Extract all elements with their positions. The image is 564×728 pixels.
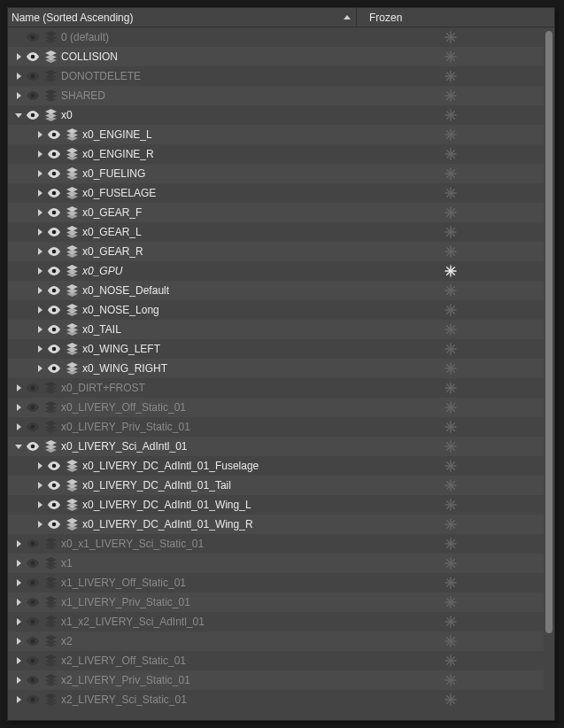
expand-arrow-icon[interactable]	[35, 168, 45, 179]
snowflake-icon[interactable]	[444, 342, 458, 356]
layer-label[interactable]: x0_LIVERY_Priv_Static_01	[61, 421, 190, 433]
expand-arrow-icon[interactable]	[13, 616, 24, 627]
layer-row[interactable]: x0_LIVERY_Off_Static_01	[8, 398, 544, 417]
visibility-eye-icon[interactable]	[47, 283, 61, 298]
layers-icon[interactable]	[65, 517, 79, 531]
layer-label[interactable]: x0_NOSE_Default	[82, 284, 169, 297]
layers-icon[interactable]	[43, 634, 58, 648]
visibility-eye-icon[interactable]	[47, 186, 61, 200]
visibility-eye-icon[interactable]	[47, 225, 61, 239]
visibility-eye-icon[interactable]	[26, 50, 40, 64]
snowflake-icon[interactable]	[444, 303, 458, 317]
snowflake-icon[interactable]	[444, 50, 458, 64]
expand-arrow-icon[interactable]	[35, 305, 45, 315]
layer-label[interactable]: x1_LIVERY_Off_Static_01	[61, 577, 186, 589]
layers-icon[interactable]	[43, 381, 58, 395]
layer-label[interactable]: x0_LIVERY_DC_AdIntl_01_Wing_R	[82, 518, 253, 531]
layer-row[interactable]: x2_LIVERY_Off_Static_01	[8, 651, 544, 670]
layer-label[interactable]: x0_GEAR_F	[82, 206, 142, 219]
expand-arrow-icon[interactable]	[35, 149, 45, 159]
visibility-eye-icon[interactable]	[47, 147, 61, 161]
expand-arrow-icon[interactable]	[13, 538, 24, 549]
layers-icon[interactable]	[43, 439, 58, 453]
snowflake-icon[interactable]	[444, 673, 458, 687]
layer-row[interactable]: x0_LIVERY_Priv_Static_01	[8, 417, 544, 437]
snowflake-icon[interactable]	[444, 478, 458, 492]
layer-label[interactable]: x0_LIVERY_Sci_AdIntl_01	[61, 440, 188, 453]
snowflake-icon[interactable]	[444, 439, 458, 453]
layer-label[interactable]: x1	[61, 557, 73, 569]
snowflake-icon[interactable]	[444, 186, 458, 200]
layer-label[interactable]: x0_LIVERY_DC_AdIntl_01_Wing_L	[82, 499, 251, 511]
layer-label[interactable]: x0_FUELING	[82, 167, 145, 180]
visibility-eye-icon[interactable]	[47, 244, 61, 259]
layer-row[interactable]: x0_GPU	[8, 261, 544, 281]
visibility-eye-icon[interactable]	[47, 128, 61, 142]
visibility-eye-icon[interactable]	[47, 498, 61, 512]
visibility-eye-icon[interactable]	[26, 556, 40, 570]
layers-icon[interactable]	[65, 147, 79, 161]
expand-arrow-icon[interactable]	[13, 675, 24, 685]
snowflake-icon[interactable]	[444, 244, 458, 259]
snowflake-icon[interactable]	[444, 654, 458, 668]
visibility-eye-icon[interactable]	[47, 264, 61, 278]
snowflake-icon[interactable]	[444, 537, 458, 551]
layers-icon[interactable]	[65, 167, 79, 181]
layer-row[interactable]: x0_LIVERY_DC_AdIntl_01_Wing_R	[8, 515, 544, 534]
layers-icon[interactable]	[43, 576, 58, 590]
snowflake-icon[interactable]	[444, 381, 458, 395]
layers-icon[interactable]	[43, 89, 58, 103]
layers-icon[interactable]	[65, 225, 79, 239]
expand-arrow-icon[interactable]	[35, 227, 45, 237]
layer-row[interactable]: x0_TAIL	[8, 320, 544, 339]
layer-row[interactable]: x0_NOSE_Long	[8, 300, 544, 320]
layers-icon[interactable]	[65, 322, 79, 337]
snowflake-icon[interactable]	[444, 167, 458, 181]
column-header-name[interactable]: Name (Sorted Ascending)	[8, 8, 357, 27]
visibility-eye-icon[interactable]	[26, 69, 40, 83]
snowflake-icon[interactable]	[444, 147, 458, 161]
visibility-eye-icon[interactable]	[26, 634, 40, 648]
visibility-eye-icon[interactable]	[26, 30, 40, 44]
layer-row[interactable]: x0_FUELING	[8, 164, 544, 183]
snowflake-icon[interactable]	[444, 420, 458, 434]
visibility-eye-icon[interactable]	[47, 459, 61, 473]
snowflake-icon[interactable]	[444, 89, 458, 103]
snowflake-icon[interactable]	[444, 205, 458, 220]
visibility-eye-icon[interactable]	[47, 167, 61, 181]
layers-icon[interactable]	[43, 654, 58, 668]
layer-row[interactable]: x0_GEAR_F	[8, 203, 544, 222]
layer-label[interactable]: x2_LIVERY_Off_Static_01	[61, 654, 186, 667]
layer-label[interactable]: x1_LIVERY_Priv_Static_01	[61, 596, 190, 608]
snowflake-icon[interactable]	[444, 264, 458, 278]
layer-row[interactable]: DONOTDELETE	[8, 66, 544, 86]
expand-arrow-icon[interactable]	[13, 90, 24, 101]
layers-icon[interactable]	[65, 186, 79, 200]
visibility-eye-icon[interactable]	[26, 400, 40, 414]
layer-label[interactable]: x2	[61, 635, 73, 647]
visibility-eye-icon[interactable]	[47, 478, 61, 492]
collapse-arrow-icon[interactable]	[13, 110, 24, 120]
layers-icon[interactable]	[43, 615, 58, 629]
scrollbar[interactable]	[545, 31, 552, 716]
snowflake-icon[interactable]	[444, 576, 458, 590]
layer-row[interactable]: COLLISION	[8, 47, 544, 66]
layer-row[interactable]: x0_ENGINE_R	[8, 144, 544, 164]
visibility-eye-icon[interactable]	[26, 595, 40, 609]
snowflake-icon[interactable]	[444, 361, 458, 376]
expand-arrow-icon[interactable]	[35, 363, 45, 374]
expand-arrow-icon[interactable]	[13, 71, 24, 81]
expand-arrow-icon[interactable]	[35, 500, 45, 510]
visibility-eye-icon[interactable]	[26, 576, 40, 590]
layer-row[interactable]: x0_NOSE_Default	[8, 281, 544, 300]
layer-label[interactable]: x0	[61, 109, 73, 121]
snowflake-icon[interactable]	[444, 595, 458, 609]
column-header-frozen[interactable]: Frozen	[357, 8, 554, 27]
layer-label[interactable]: x0_ENGINE_R	[82, 148, 154, 160]
layers-icon[interactable]	[43, 556, 58, 570]
layer-label[interactable]: x0_TAIL	[82, 323, 121, 336]
layers-icon[interactable]	[65, 459, 79, 473]
expand-arrow-icon[interactable]	[35, 188, 45, 198]
layer-row[interactable]: x0_GEAR_R	[8, 242, 544, 261]
expand-arrow-icon[interactable]	[13, 636, 24, 647]
